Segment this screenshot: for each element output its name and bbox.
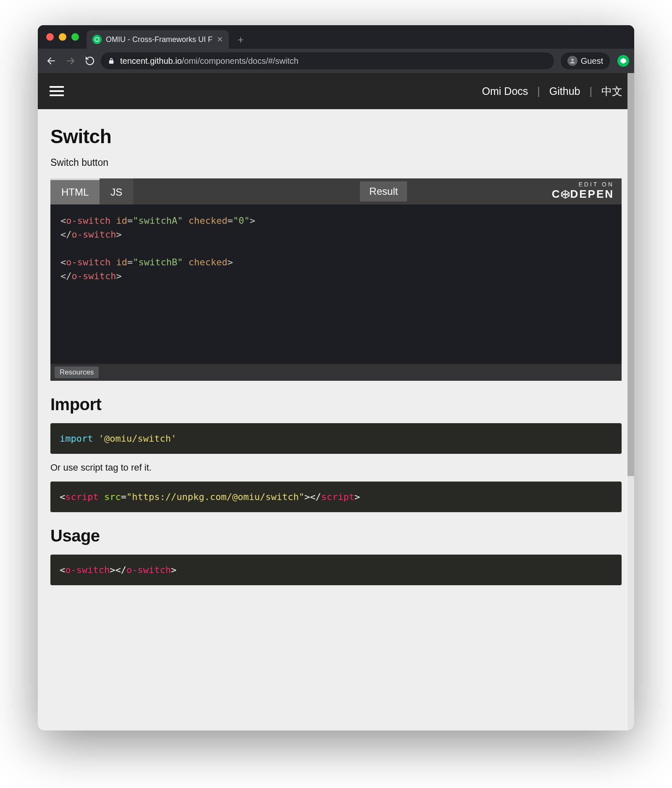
forward-button[interactable] [62, 52, 79, 69]
page-content: Switch Switch button HTML JS Result EDIT… [38, 109, 634, 598]
svg-point-3 [571, 59, 573, 61]
browser-tab[interactable]: OMIU - Cross-Frameworks UI F ✕ [87, 30, 229, 49]
back-button[interactable] [43, 52, 60, 69]
svg-point-0 [95, 37, 99, 41]
scrollbar-thumb[interactable] [627, 73, 634, 476]
codepen-footer: Resources [50, 364, 622, 381]
browser-window: OMIU - Cross-Frameworks UI F ✕ ＋ tencent… [38, 25, 634, 730]
tab-strip: OMIU - Cross-Frameworks UI F ✕ ＋ [38, 25, 634, 49]
new-tab-button[interactable]: ＋ [233, 32, 248, 47]
nav-link-zh[interactable]: 中文 [601, 84, 622, 98]
reload-button[interactable] [81, 52, 98, 69]
svg-marker-4 [620, 58, 626, 63]
codepen-edit-link[interactable]: EDIT ON CDEPEN [552, 181, 614, 201]
page-subtitle: Switch button [50, 157, 622, 168]
omi-favicon-icon [92, 35, 102, 44]
maximize-window-button[interactable] [71, 33, 79, 41]
codepen-tabs: HTML JS Result EDIT ON CDEPEN [50, 178, 622, 204]
code-usage[interactable]: <o-switch></o-switch> [50, 555, 622, 585]
profile-label: Guest [581, 56, 603, 66]
scrollbar-track[interactable] [627, 73, 634, 730]
codepen-resources-button[interactable]: Resources [55, 367, 99, 378]
lock-icon [108, 57, 115, 65]
minimize-window-button[interactable] [59, 33, 66, 41]
heading-import: Import [50, 395, 622, 414]
codepen-code[interactable]: <o-switch id="switchA" checked="0"> </o-… [50, 204, 622, 364]
page-viewport: Omi Docs | Github | 中文 Switch Switch but… [38, 73, 634, 730]
extension-button[interactable] [617, 55, 629, 67]
codepen-logo: CDEPEN [552, 188, 614, 201]
codepen-result-button[interactable]: Result [360, 181, 407, 202]
site-header: Omi Docs | Github | 中文 [38, 73, 634, 109]
codepen-tab-js[interactable]: JS [100, 178, 133, 204]
import-note: Or use script tag to ref it. [50, 462, 622, 473]
codepen-tab-html[interactable]: HTML [50, 178, 100, 204]
url-text: tencent.github.io/omi/components/docs/#/… [120, 56, 299, 66]
code-script-tag[interactable]: <script src="https://unpkg.com/@omiu/swi… [50, 482, 622, 512]
close-window-button[interactable] [46, 33, 54, 41]
codepen-edit-label: EDIT ON [552, 181, 614, 188]
close-tab-icon[interactable]: ✕ [217, 35, 223, 44]
heading-usage: Usage [50, 526, 622, 545]
profile-chip[interactable]: Guest [561, 52, 610, 69]
code-import[interactable]: import '@omiu/switch' [50, 423, 622, 454]
nav-link-github[interactable]: Github [549, 85, 580, 97]
avatar-icon [567, 56, 578, 66]
window-controls [42, 25, 87, 49]
codepen-embed: HTML JS Result EDIT ON CDEPEN <o-switch … [50, 178, 622, 381]
nav-link-omidocs[interactable]: Omi Docs [482, 85, 528, 97]
menu-icon[interactable] [50, 86, 64, 96]
header-nav: Omi Docs | Github | 中文 [482, 84, 622, 98]
browser-toolbar: tencent.github.io/omi/components/docs/#/… [38, 49, 634, 73]
page-title: Switch [50, 125, 622, 148]
tab-title: OMIU - Cross-Frameworks UI F [106, 35, 213, 44]
address-bar[interactable]: tencent.github.io/omi/components/docs/#/… [101, 52, 554, 69]
